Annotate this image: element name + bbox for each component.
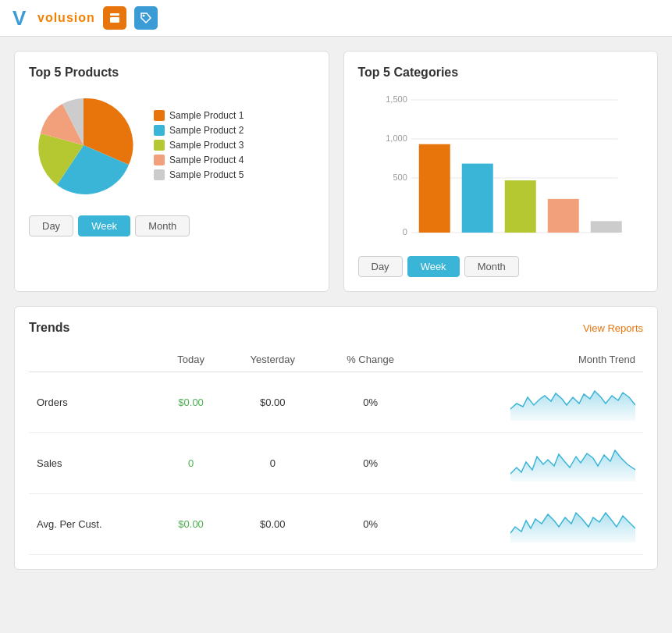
products-legend: Sample Product 1 Sample Product 2 Sample… — [154, 110, 244, 180]
logo-text: volusion — [37, 11, 95, 25]
trends-card: Trends View Reports Today Yesterday % Ch… — [14, 306, 658, 570]
col-header-yesterday: Yesterday — [225, 347, 321, 372]
logo-icon: V — [11, 6, 34, 30]
trends-row-avg: Avg. Per Cust. $0.00 $0.00 0% — [29, 494, 643, 555]
legend-color-5 — [154, 169, 165, 180]
products-day-button[interactable]: Day — [29, 215, 73, 236]
pie-chart — [29, 91, 138, 200]
products-week-button[interactable]: Week — [78, 215, 130, 236]
trends-row-sales: Sales 0 0 0% — [29, 433, 643, 494]
svg-rect-1 — [110, 13, 119, 16]
legend-color-2 — [154, 125, 165, 136]
avg-label: Avg. Per Cust. — [29, 494, 157, 555]
svg-text:V: V — [12, 6, 27, 30]
top-categories-title: Top 5 Categories — [358, 66, 644, 80]
legend-item-3: Sample Product 3 — [154, 140, 244, 151]
orders-label: Orders — [29, 372, 157, 433]
col-header-label — [29, 347, 157, 372]
sales-sparkline-svg — [510, 443, 635, 482]
legend-label-1: Sample Product 1 — [169, 110, 244, 121]
main-content: Top 5 Products — [0, 37, 672, 584]
bar-chart-area: 1,500 1,000 500 0 — [358, 91, 644, 247]
svg-rect-15 — [547, 199, 578, 233]
legend-label-4: Sample Product 4 — [169, 155, 244, 165]
cards-row: Top 5 Products — [14, 51, 658, 292]
sales-yesterday: 0 — [225, 433, 321, 494]
avg-sparkline-svg — [510, 503, 635, 542]
categories-btn-group: Day Week Month — [358, 256, 644, 277]
header-tag-icon[interactable] — [134, 6, 158, 30]
sales-label: Sales — [29, 433, 157, 494]
sales-today: 0 — [157, 433, 225, 494]
sales-change: 0% — [321, 433, 421, 494]
legend-color-1 — [154, 110, 165, 121]
svg-point-3 — [142, 15, 144, 17]
col-header-trend: Month Trend — [421, 347, 643, 372]
legend-label-5: Sample Product 5 — [169, 169, 244, 180]
col-header-today: Today — [157, 347, 225, 372]
svg-rect-12 — [418, 144, 450, 233]
trends-table-header-row: Today Yesterday % Change Month Trend — [29, 347, 643, 372]
header-store-icon[interactable] — [103, 6, 126, 30]
logo: V volusion — [11, 6, 95, 30]
trends-table: Today Yesterday % Change Month Trend Ord… — [29, 347, 643, 555]
categories-month-button[interactable]: Month — [464, 256, 519, 277]
orders-sparkline-svg — [510, 382, 635, 421]
header: V volusion — [0, 0, 672, 37]
categories-day-button[interactable]: Day — [358, 256, 403, 277]
svg-rect-16 — [590, 221, 621, 233]
svg-text:1,500: 1,500 — [386, 94, 407, 104]
view-reports-link[interactable]: View Reports — [583, 322, 643, 334]
orders-yesterday: $0.00 — [225, 372, 321, 433]
trends-title: Trends — [29, 321, 69, 335]
categories-week-button[interactable]: Week — [407, 256, 460, 277]
sales-sparkline — [421, 433, 643, 494]
col-header-change: % Change — [321, 347, 421, 372]
avg-today: $0.00 — [157, 494, 225, 555]
products-month-button[interactable]: Month — [135, 215, 190, 236]
products-btn-group: Day Week Month — [29, 215, 315, 236]
avg-change: 0% — [321, 494, 421, 555]
avg-yesterday: $0.00 — [225, 494, 321, 555]
top-categories-card: Top 5 Categories 1,500 1,000 500 0 — [343, 51, 659, 292]
svg-rect-2 — [110, 17, 119, 23]
svg-rect-14 — [504, 180, 535, 233]
top-products-title: Top 5 Products — [29, 66, 315, 80]
svg-text:0: 0 — [402, 227, 407, 236]
legend-item-5: Sample Product 5 — [154, 169, 244, 180]
pie-section: Sample Product 1 Sample Product 2 Sample… — [29, 91, 315, 200]
legend-color-4 — [154, 155, 165, 165]
legend-item-2: Sample Product 2 — [154, 125, 244, 136]
svg-text:1,000: 1,000 — [386, 133, 407, 143]
orders-sparkline — [421, 372, 643, 433]
top-products-card: Top 5 Products — [14, 51, 329, 292]
legend-color-3 — [154, 140, 165, 151]
legend-item-1: Sample Product 1 — [154, 110, 244, 121]
trends-header: Trends View Reports — [29, 321, 643, 335]
legend-item-4: Sample Product 4 — [154, 155, 244, 165]
pie-chart-svg — [29, 91, 138, 200]
trends-row-orders: Orders $0.00 $0.00 0% — [29, 372, 643, 433]
avg-sparkline — [421, 494, 643, 555]
svg-rect-13 — [461, 164, 492, 233]
svg-text:500: 500 — [393, 172, 407, 182]
bar-chart-svg: 1,500 1,000 500 0 — [358, 91, 644, 247]
orders-change: 0% — [321, 372, 421, 433]
legend-label-2: Sample Product 2 — [169, 125, 244, 136]
orders-today: $0.00 — [157, 372, 225, 433]
legend-label-3: Sample Product 3 — [169, 140, 244, 151]
